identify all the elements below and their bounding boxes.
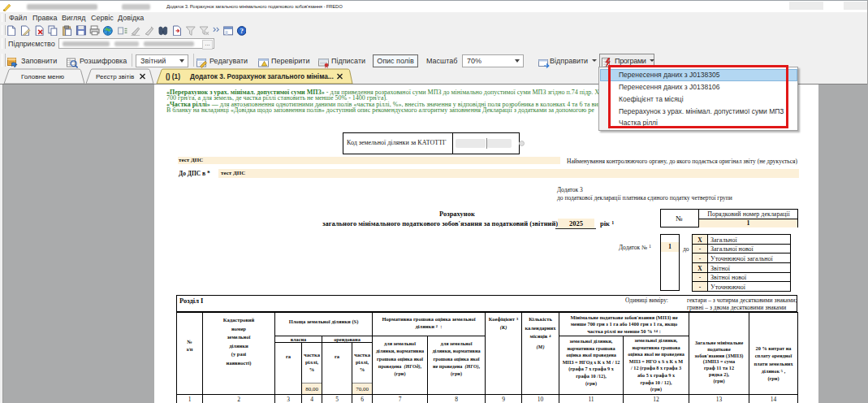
svg-text:Додаток 3. Розрахунок загально: Додаток 3. Розрахунок загального мініма.… <box>190 72 334 80</box>
svg-text:Головне меню: Головне меню <box>21 73 64 80</box>
svg-text:?: ? <box>240 27 244 35</box>
svg-text:() (1): () (1) <box>166 72 180 80</box>
svg-text:Реєстр звітів: Реєстр звітів <box>96 73 134 80</box>
